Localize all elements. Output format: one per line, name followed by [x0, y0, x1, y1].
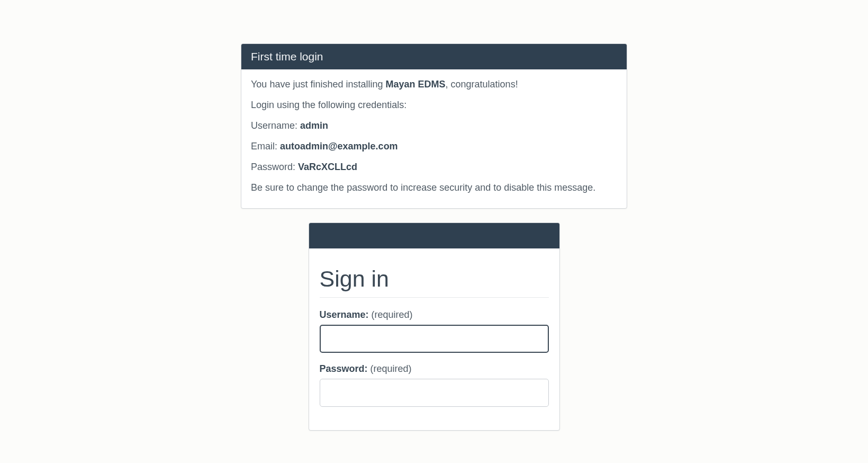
product-name: Mayan EDMS: [386, 79, 446, 90]
password-input[interactable]: [320, 379, 549, 407]
username-value-text: admin: [300, 120, 328, 131]
signin-panel-header: [309, 223, 559, 248]
email-label-text: Email:: [251, 141, 280, 152]
install-prefix: You have just finished installing: [251, 79, 386, 90]
username-label-bold: Username:: [320, 309, 369, 320]
email-value-text: autoadmin@example.com: [280, 141, 398, 152]
login-instructions-line: Login using the following credentials:: [251, 98, 617, 112]
install-congrats-line: You have just finished installing Mayan …: [251, 77, 617, 92]
page-container: First time login You have just finished …: [39, 0, 829, 457]
username-form-group: Username: (required): [320, 309, 549, 353]
signin-panel-body: Sign in Username: (required) Password: (…: [309, 248, 559, 430]
password-value-text: VaRcXCLLcd: [298, 162, 357, 172]
password-label-required: (required): [368, 363, 412, 374]
credentials-username-line: Username: admin: [251, 119, 617, 133]
credentials-password-line: Password: VaRcXCLLcd: [251, 160, 617, 174]
username-label-required: (required): [369, 309, 413, 320]
signin-title: Sign in: [320, 266, 549, 298]
password-form-group: Password: (required): [320, 363, 549, 407]
credentials-email-line: Email: autoadmin@example.com: [251, 139, 617, 154]
signin-panel: Sign in Username: (required) Password: (…: [309, 222, 560, 431]
password-label-bold: Password:: [320, 363, 368, 374]
password-label-text: Password:: [251, 162, 298, 172]
first-time-login-panel: First time login You have just finished …: [241, 43, 627, 209]
username-field-label: Username: (required): [320, 309, 549, 320]
username-input[interactable]: [320, 325, 549, 353]
password-field-label: Password: (required): [320, 363, 549, 375]
first-time-login-body: You have just finished installing Mayan …: [241, 69, 627, 208]
username-label-text: Username:: [251, 120, 300, 131]
install-suffix: , congratulations!: [446, 79, 518, 90]
first-time-login-header: First time login: [241, 44, 627, 69]
change-password-notice: Be sure to change the password to increa…: [251, 181, 617, 195]
